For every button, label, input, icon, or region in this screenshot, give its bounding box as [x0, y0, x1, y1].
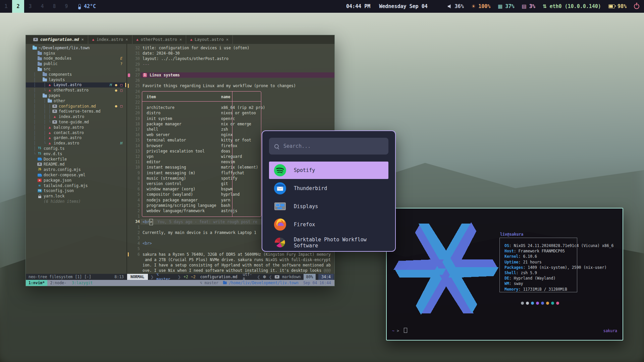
fetch-info-row: DE: Hyprland (Wayland): [504, 276, 555, 281]
buffer-tab[interactable]: ▲otherPost.astro×: [132, 35, 186, 44]
launcher-item[interactable]: Thunderbird: [269, 180, 388, 197]
tree-item[interactable]: │components: [26, 72, 126, 77]
table-cell-name: openrc: [221, 116, 235, 121]
tree-item[interactable]: nginx: [26, 51, 126, 56]
tree-item[interactable]: JSastro.config.mjs: [26, 167, 126, 172]
tree-item[interactable]: Dockerfile: [26, 157, 126, 162]
shell-prompt[interactable]: ~ >: [392, 328, 407, 333]
close-icon[interactable]: ×: [226, 37, 228, 42]
tree-item[interactable]: │││Mconfiguration.md●□: [26, 104, 126, 109]
module-value: eth0 (10.0.0.140): [549, 3, 601, 9]
editor-line: 26: [127, 78, 334, 83]
fetch-info-label: Uptime: [504, 260, 519, 264]
fetch-info-label: Kernel: [504, 254, 519, 259]
palette-dot: [556, 302, 559, 305]
markdown-icon: M: [52, 120, 57, 124]
tree-item[interactable]: src: [26, 66, 126, 72]
volume-module[interactable]: 36%: [448, 3, 464, 9]
tree-item[interactable]: │TSconfig.ts: [26, 146, 126, 151]
tree-item[interactable]: └TSenv.d.ts: [26, 151, 126, 157]
top-bar: 123489 42°C 04:44 PM Wednesday Sep 04 36…: [0, 0, 644, 13]
launcher-item[interactable]: Spotify: [269, 162, 388, 179]
launcher-item[interactable]: Displays: [269, 198, 388, 215]
line-number: 3: [127, 203, 140, 208]
tree-item[interactable]: │layouts: [26, 77, 126, 82]
tree-item[interactable]: ~/Development/liv.town: [26, 45, 126, 51]
tmux-window[interactable]: 3:lazygit: [69, 280, 95, 286]
line-number: 21: [127, 105, 140, 110]
workspace-button[interactable]: 2: [12, 0, 24, 13]
table-cell-item: version control: [147, 181, 181, 186]
tree-item[interactable]: TStsconfig.json: [26, 188, 126, 194]
module-value: 98%: [618, 3, 627, 9]
table-cell-item: distro: [147, 110, 161, 116]
tree-item[interactable]: ││▲contact.astro: [26, 130, 126, 135]
fetch-info-value: : 1409 (nix-system), 2590 (nix-user): [523, 265, 606, 270]
tree-item[interactable]: MREADME.md: [26, 162, 126, 167]
power-module[interactable]: [634, 4, 639, 9]
search-input[interactable]: Search...: [269, 138, 388, 155]
battery-module[interactable]: 98%: [608, 3, 627, 9]
line-number: 34: [127, 219, 140, 224]
tree-item[interactable]: ≈tailwind.config.mjs: [26, 183, 126, 188]
fetch-terminal-window: liv@sakura OS: NixOS 24.11.20240828.71e9…: [386, 208, 623, 341]
tree-item[interactable]: ││▲Layout.astroH●□: [26, 82, 126, 88]
tree-item-badges: ?: [120, 62, 122, 66]
workspace-button[interactable]: 3: [24, 0, 36, 13]
close-icon[interactable]: ×: [179, 37, 182, 42]
tree-item[interactable]: docker-compose.yml: [26, 172, 126, 178]
launcher-item[interactable]: Firefox: [269, 216, 388, 233]
editor-line: 6sakura has a Ryzen 5 7640U, 32GB of DDR…: [127, 252, 334, 257]
brightness-module[interactable]: ☀100%: [471, 3, 491, 9]
tree-item[interactable]: ││▲garden.astro: [26, 135, 126, 141]
buffer-tab[interactable]: ▲index.astro×: [88, 35, 132, 44]
tree-item[interactable]: yarn.lock: [26, 193, 126, 199]
temperature-module[interactable]: 42°C: [78, 3, 96, 9]
tree-item[interactable]: node_modulesE: [26, 56, 126, 61]
editor-line: 24: [127, 89, 334, 94]
tree-item[interactable]: public?: [26, 61, 126, 66]
indent-guide: │: [47, 104, 52, 109]
tree-item[interactable]: ││other: [26, 98, 126, 104]
close-icon[interactable]: ×: [125, 37, 128, 42]
editor-line: 23itemname: [127, 94, 334, 100]
line-number: 15: [127, 137, 140, 143]
workspace-button[interactable]: 1: [0, 0, 12, 13]
clock-module[interactable]: 04:44 PM Wednesday Sep 04: [346, 3, 428, 9]
line-number: 4: [127, 197, 140, 203]
tree-item[interactable]: │││Mfediverse-terms.md: [26, 109, 126, 114]
buffer-tab[interactable]: Mconfiguration.md×: [26, 35, 88, 44]
table-cell-name: zsh: [221, 127, 228, 132]
tmux-window[interactable]: 2:node-: [47, 280, 69, 286]
workspace-button[interactable]: 4: [36, 0, 48, 13]
table-cell-name: kitty or foot: [221, 137, 251, 143]
tree-item[interactable]: │└▲index.astroH: [26, 140, 126, 146]
tree-item[interactable]: ││└Mtone-guide.md: [26, 119, 126, 125]
line-number: 10: [127, 165, 140, 170]
buffer-tab-label: otherPost.astro: [141, 37, 177, 42]
tree-item[interactable]: npackage.json: [26, 178, 126, 183]
tree-item[interactable]: │pages: [26, 93, 126, 98]
launcher-item[interactable]: Darktable Photo Workflow Software: [269, 234, 388, 251]
indent-guide: │: [42, 82, 47, 87]
workspace-button[interactable]: 9: [60, 0, 72, 13]
module-value: 37%: [505, 3, 514, 9]
tree-item-label: nginx: [44, 51, 55, 56]
folder-icon: [38, 52, 42, 55]
fetch-info-value: : 6.10.6: [519, 254, 537, 259]
network-module[interactable]: ⇅eth0 (10.0.0.140): [543, 3, 601, 9]
cpu-module[interactable]: ▦37%: [498, 3, 514, 9]
tree-item[interactable]: (6 hidden items): [26, 199, 126, 204]
tmux-window[interactable]: 1:nvim*: [26, 280, 47, 286]
tree-item[interactable]: │└▲otherPost.astro●□: [26, 87, 126, 93]
workspace-button[interactable]: 8: [48, 0, 60, 13]
fetch-output: liv@sakura OS: NixOS 24.11.20240828.71e9…: [500, 232, 621, 237]
tree-item[interactable]: │││▲index.astro: [26, 114, 126, 119]
indent-guide: │: [32, 104, 37, 109]
memory-module[interactable]: ▤3%: [522, 3, 535, 9]
tree-item[interactable]: ││▲balcony.astro: [26, 125, 126, 130]
desktop: 123489 42°C 04:44 PM Wednesday Sep 04 36…: [0, 0, 644, 362]
close-icon[interactable]: ×: [82, 37, 84, 42]
folder-open-icon: [43, 78, 47, 81]
buffer-tab[interactable]: ▲Layout.astro×: [186, 35, 233, 44]
